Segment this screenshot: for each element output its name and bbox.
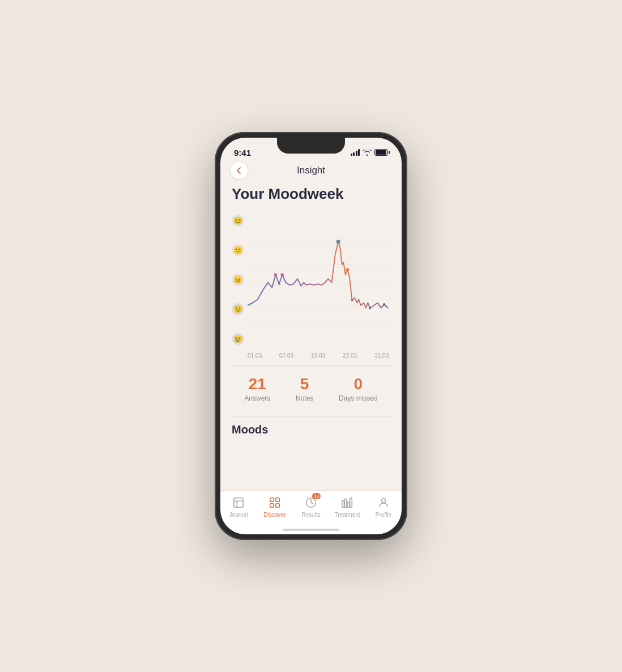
notes-value: 5 (296, 375, 313, 393)
moodweek-title: Your Moodweek (232, 185, 390, 203)
divider-1 (232, 365, 390, 366)
moods-title: Moods (232, 423, 390, 436)
svg-rect-15 (276, 498, 279, 501)
page-title: Insight (297, 165, 325, 176)
days-missed-value: 0 (339, 375, 378, 393)
journal-label: Journal (229, 512, 248, 518)
mood-level-icons: 😊 🙂 😐 😟 😢 (232, 212, 244, 359)
moods-section: Moods (232, 423, 390, 488)
mood-chart-area: 😊 🙂 😐 😟 😢 (232, 212, 390, 359)
phone-frame: 9:41 Insight (215, 132, 407, 540)
bottom-nav: Journal Discover (220, 490, 402, 534)
discover-icon (267, 495, 282, 510)
nav-item-journal[interactable]: Journal (220, 495, 257, 518)
svg-rect-20 (344, 499, 347, 508)
stat-answers: 21 Answers (244, 375, 270, 402)
svg-rect-16 (270, 504, 274, 507)
days-missed-label: Days missed (339, 394, 378, 402)
svg-point-5 (274, 273, 277, 276)
stat-notes: 5 Notes (296, 375, 313, 402)
date-label-1: 01.03. (248, 352, 263, 359)
svg-rect-13 (234, 498, 244, 508)
mood-very-happy: 😊 (232, 214, 244, 227)
stats-row: 21 Answers 5 Notes 0 Days missed (232, 373, 390, 409)
status-icons (351, 149, 389, 156)
notch (277, 138, 345, 154)
svg-rect-19 (342, 500, 344, 508)
svg-point-10 (351, 299, 353, 301)
stat-days-missed: 0 Days missed (339, 375, 378, 402)
back-button[interactable] (231, 162, 248, 179)
journal-icon (231, 495, 246, 510)
signal-icon (351, 149, 360, 156)
scroll-content[interactable]: Your Moodweek 😊 🙂 😐 😟 😢 (220, 181, 402, 534)
home-indicator (283, 529, 339, 531)
profile-label: Profile (376, 512, 391, 518)
svg-point-12 (383, 303, 386, 306)
date-label-4: 22.03. (343, 352, 359, 359)
nav-item-results[interactable]: 13 Results (293, 495, 329, 518)
mood-sad: 😟 (232, 303, 244, 316)
svg-point-6 (278, 283, 280, 285)
svg-rect-22 (350, 498, 352, 508)
status-time: 9:41 (234, 148, 251, 158)
date-label-3: 15.03. (311, 352, 327, 359)
answers-label: Answers (244, 394, 270, 402)
main-content: Your Moodweek 😊 🙂 😐 😟 😢 (220, 181, 402, 488)
svg-point-23 (381, 499, 385, 503)
answers-value: 21 (244, 375, 270, 393)
results-icon: 13 (304, 495, 318, 510)
mood-happy: 🙂 (232, 244, 244, 256)
svg-point-7 (281, 273, 284, 276)
svg-rect-14 (270, 498, 274, 501)
chart-wrapper: 01.03. 07.03. 15.03. 22.03. 31.03. (248, 212, 390, 359)
phone-screen: 9:41 Insight (220, 138, 402, 534)
treatment-icon (340, 495, 355, 510)
battery-icon (374, 149, 388, 156)
results-badge: 13 (312, 493, 321, 499)
notes-label: Notes (296, 394, 313, 402)
discover-label: Discover (264, 512, 286, 518)
mood-neutral: 😐 (232, 274, 244, 286)
svg-rect-21 (347, 502, 350, 508)
nav-item-discover[interactable]: Discover (257, 495, 293, 518)
profile-icon (376, 495, 391, 510)
date-label-2: 07.03. (279, 352, 295, 359)
wifi-icon (363, 149, 372, 156)
svg-point-8 (336, 240, 340, 244)
divider-2 (232, 416, 390, 416)
date-label-5: 31.03. (374, 352, 390, 359)
nav-item-treatment[interactable]: Treatment (329, 495, 365, 518)
treatment-label: Treatment (334, 512, 360, 518)
page-header: Insight (220, 163, 402, 181)
svg-rect-17 (276, 504, 279, 507)
chart-date-labels: 01.03. 07.03. 15.03. 22.03. 31.03. (248, 350, 390, 359)
svg-point-9 (346, 268, 349, 271)
results-label: Results (301, 512, 320, 518)
mood-very-sad: 😢 (232, 333, 244, 345)
nav-item-profile[interactable]: Profile (365, 495, 402, 518)
svg-point-11 (369, 307, 372, 309)
mood-line-chart (248, 212, 390, 348)
